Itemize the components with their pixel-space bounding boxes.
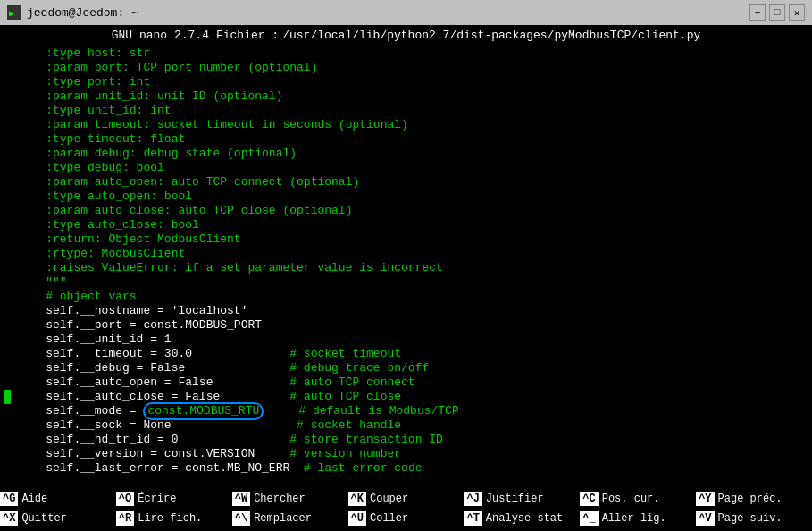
shortcut-label: Couper [366,493,408,505]
shortcut-key[interactable]: ^W [232,492,250,506]
editor-line: :param timeout: socket timeout in second… [4,118,808,132]
editor-line: self.__hostname = 'localhost' [4,304,808,318]
line-marker [4,46,18,61]
shortcut-key[interactable]: ^G [0,492,18,506]
shortcut-label: Quitter [18,512,66,525]
close-button[interactable]: ✕ [789,4,805,21]
line-marker [4,232,18,247]
shortcut-group[interactable]: ^GAide [0,489,116,509]
maximize-button[interactable]: □ [769,4,785,21]
shortcut-key[interactable]: ^R [116,511,134,526]
shortcut-group[interactable]: ^WChercher [232,489,348,509]
line-marker [4,290,18,304]
editor-line: :param auto_close: auto TCP close (optio… [4,204,808,218]
line-marker [4,147,18,161]
line-marker [4,318,18,333]
shortcut-group[interactable]: ^\Remplacer [232,509,348,528]
svg-text:▶: ▶ [9,9,14,19]
shortcut-key[interactable]: ^C [580,492,598,506]
editor-line: self.__hd_tr_id = 0 # store transaction … [4,433,808,447]
line-marker [4,75,18,89]
editor[interactable]: :type host: str :param port: TCP port nu… [0,45,812,489]
line-marker [4,132,18,147]
editor-line: self.__mode = const.MODBUS_RTU # default… [4,404,808,418]
line-marker [4,461,18,476]
editor-line: self.__timeout = 30.0 # socket timeout [4,347,808,361]
editor-line: :type auto_open: bool [4,190,808,204]
nano-file-label: Fichier : [216,29,279,42]
shortcut-label: Écrire [134,493,176,505]
editor-line: self.__auto_open = False # auto TCP conn… [4,375,808,390]
shortcut-group[interactable]: ^XQuitter [0,509,116,528]
line-marker [4,104,18,118]
line-marker [4,404,18,418]
editor-line: # object vars [4,290,808,304]
line-marker [4,204,18,218]
shortcut-key[interactable]: ^X [0,511,18,526]
title-bar-left: ▶ jeedom@Jeedom: ~ [7,5,138,20]
shortcut-key[interactable]: ^_ [580,511,598,526]
shortcut-group[interactable]: ^CPos. cur. [580,489,696,509]
shortcut-group[interactable]: ^TAnalyse stat [464,509,580,528]
shortcut-group[interactable]: ^VPage suiv. [696,509,812,528]
editor-line: ▌ self.__auto_close = False # auto TCP c… [4,390,808,404]
line-marker [4,247,18,261]
editor-line: :type timeout: float [4,132,808,147]
nano-version: GNU nano 2.7.4 [112,29,209,42]
shortcut-label: Chercher [250,493,306,505]
shortcut-label: Analyse stat [482,512,563,525]
shortcuts-row-2: ^XQuitter^RLire fich.^\Remplacer^UColler… [0,509,812,528]
editor-line: self.__unit_id = 1 [4,333,808,347]
editor-line: """ [4,275,808,290]
line-marker: ▌ [4,390,18,404]
shortcut-label: Page préc. [715,493,783,505]
editor-line: :type auto_close: bool [4,218,808,232]
shortcut-group[interactable]: ^YPage préc. [696,489,812,509]
editor-line: :param unit_id: unit ID (optional) [4,89,808,104]
shortcut-key[interactable]: ^U [348,511,366,526]
editor-line: :type port: int [4,75,808,89]
title-bar: ▶ jeedom@Jeedom: ~ − □ ✕ [0,0,812,25]
shortcuts-row-1: ^GAide^OÉcrire^WChercher^KCouper^JJustif… [0,489,812,509]
title-bar-controls: − □ ✕ [749,4,805,21]
editor-line: :type debug: bool [4,161,808,175]
shortcut-label: Lire fich. [134,512,202,525]
nano-filepath: /usr/local/lib/python2.7/dist-packages/p… [282,29,700,42]
shortcut-key[interactable]: ^Y [696,492,714,506]
line-marker [4,175,18,190]
line-marker [4,61,18,75]
editor-line: self.__debug = False # debug trace on/of… [4,361,808,375]
line-marker [4,433,18,447]
shortcut-key[interactable]: ^O [116,492,134,506]
shortcut-group[interactable]: ^JJustifier [464,489,580,509]
shortcut-group[interactable]: ^_Aller lig. [580,509,696,528]
line-marker [4,161,18,175]
shortcut-key[interactable]: ^K [348,492,366,506]
editor-line: self.__port = const.MODBUS_PORT [4,318,808,333]
shortcut-group[interactable]: ^UColler [348,509,465,528]
editor-line: :raises ValueError: if a set parameter v… [4,261,808,275]
editor-line: :param port: TCP port number (optional) [4,61,808,75]
shortcut-label: Aller lig. [599,512,666,525]
minimize-button[interactable]: − [749,4,766,21]
shortcut-key[interactable]: ^\ [232,511,250,526]
line-marker [4,118,18,132]
shortcut-label: Pos. cur. [599,493,660,505]
editor-line: self.__sock = None # socket handle [4,418,808,433]
line-marker [4,218,18,232]
title-bar-title: jeedom@Jeedom: ~ [27,6,138,20]
shortcut-key[interactable]: ^V [696,511,714,526]
shortcut-key[interactable]: ^J [464,492,481,506]
shortcut-group[interactable]: ^KCouper [348,489,465,509]
line-marker [4,304,18,318]
shortcut-group[interactable]: ^OÉcrire [116,489,232,509]
shortcut-group[interactable]: ^RLire fich. [116,509,232,528]
shortcut-key[interactable]: ^T [464,511,481,526]
line-marker [4,347,18,361]
editor-line: :param auto_open: auto TCP connect (opti… [4,175,808,190]
line-marker [4,447,18,461]
terminal-icon: ▶ [7,5,21,20]
line-marker [4,190,18,204]
line-marker [4,333,18,347]
line-marker [4,375,18,390]
